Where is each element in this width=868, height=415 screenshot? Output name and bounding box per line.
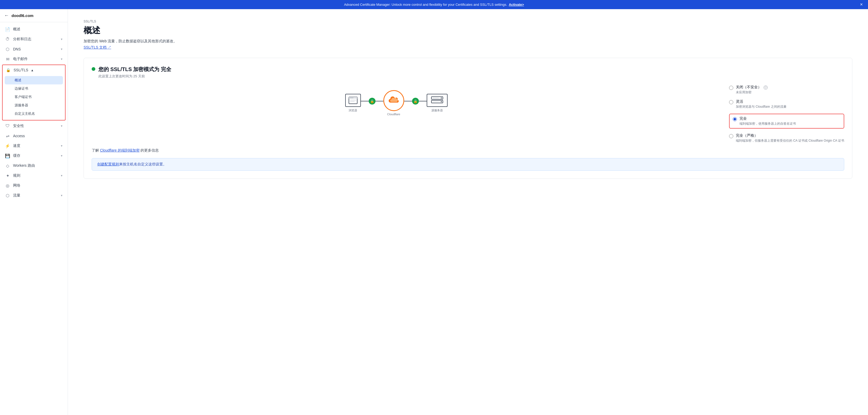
info-icon[interactable]: ⓘ xyxy=(764,85,768,90)
sidebar-item-label: 规则 xyxy=(13,173,58,178)
sidebar-item-label: 流量 xyxy=(13,193,58,198)
svg-point-9 xyxy=(441,97,442,98)
connector-2: 🔒 xyxy=(404,98,427,105)
sidebar-item-label: 概述 xyxy=(13,27,62,32)
radio-off-label: 关闭（不安全） ⓘ xyxy=(736,85,768,90)
sidebar-item-overview[interactable]: 📄 概述 xyxy=(0,24,68,34)
chevron-down-icon: ▾ xyxy=(61,57,62,61)
workers-icon: ◇ xyxy=(5,163,10,168)
radio-full[interactable] xyxy=(733,117,737,121)
radio-full-strict[interactable] xyxy=(729,134,733,138)
learn-more-section: 了解 Cloudflare 的端到端加密 的更多信息 xyxy=(92,148,844,153)
line xyxy=(375,101,383,101)
rules-icon: ✦ xyxy=(5,173,10,178)
radio-off[interactable] xyxy=(729,86,733,90)
sidebar-domain: doodl6.com xyxy=(11,13,33,18)
sidebar-item-label: 安全性 xyxy=(13,124,58,128)
ssl-sub-item-overview[interactable]: 概述 xyxy=(5,76,63,84)
sidebar-item-label: Access xyxy=(13,134,62,138)
sidebar-item-workers[interactable]: ◇ Workers 路由 xyxy=(0,161,68,171)
overview-icon: 📄 xyxy=(5,27,10,32)
sidebar-item-label: 速度 xyxy=(13,144,58,148)
status-dot xyxy=(92,67,95,71)
radio-flexible-desc: 加密浏览器与 Cloudflare 之间的流量 xyxy=(736,105,786,109)
sidebar-item-label: DNS xyxy=(13,47,58,51)
browser-item: 浏览器 xyxy=(345,94,361,112)
connector-1: 🔒 xyxy=(361,98,383,105)
radio-full-desc: 端到端加密，使用服务器上的自签名证书 xyxy=(740,121,796,126)
cloudflare-logo xyxy=(383,90,404,111)
ssl-tls-header[interactable]: 🔒 SSL/TLS ▴ xyxy=(3,65,65,75)
radio-full-strict-content: 完全（严格） 端到端加密，但服务器上需要有受信任的 CA 证书或 Cloudfl… xyxy=(736,133,844,143)
svg-rect-6 xyxy=(350,101,354,102)
network-icon: ◎ xyxy=(5,183,10,188)
chevron-down-icon: ▾ xyxy=(61,144,62,148)
create-rule-link[interactable]: 创建配置规则 xyxy=(97,162,119,166)
sidebar-item-traffic[interactable]: ⬡ 流量 ▾ xyxy=(0,190,68,201)
chevron-down-icon: ▾ xyxy=(61,124,62,128)
ssl-docs-link[interactable]: SSL/TLS 文档 ↗ xyxy=(84,45,111,50)
sidebar-nav: 📄 概述 ⏱ 分析和日志 ▾ ⬡ DNS ▾ ✉ 电子邮 xyxy=(0,22,68,203)
sidebar-item-label: 电子邮件 xyxy=(13,57,58,61)
chevron-down-icon: ▾ xyxy=(61,154,62,157)
ssl-sub-items: 概述 边缘证书 客户端证书 源服务器 自定义主机名 xyxy=(3,75,65,120)
dns-icon: ⬡ xyxy=(5,47,10,52)
svg-point-2 xyxy=(350,97,350,98)
chevron-down-icon: ▾ xyxy=(61,47,62,51)
ssl-sub-item-edge-cert[interactable]: 边缘证书 xyxy=(3,84,65,93)
svg-point-3 xyxy=(351,97,352,98)
analytics-icon: ⏱ xyxy=(5,37,10,41)
banner-activate-link[interactable]: Activate> xyxy=(509,3,524,6)
radio-off-desc: 未应用加密 xyxy=(736,90,768,95)
ssl-sub-item-custom-hostname[interactable]: 自定义主机名 xyxy=(3,110,65,118)
email-icon: ✉ xyxy=(5,57,10,61)
radio-full-strict-desc: 端到端加密，但服务器上需要有受信任的 CA 证书或 Cloudflare Ori… xyxy=(736,139,844,143)
browser-box xyxy=(345,94,361,107)
radio-full-label: 完全 xyxy=(740,116,796,121)
card-title-block: 您的 SSL/TLS 加密模式为 完全 此设置上次更改时间为 25 天前 xyxy=(98,66,171,79)
radio-option-flexible: 灵活 加密浏览器与 Cloudflare 之间的流量 xyxy=(729,99,844,109)
server-label: 源服务器 xyxy=(431,109,443,112)
cloudflare-label: Cloudflare xyxy=(387,113,400,116)
radio-full-strict-label: 完全（严格） xyxy=(736,133,844,138)
banner-close-button[interactable]: × xyxy=(860,2,863,7)
sidebar-item-rules[interactable]: ✦ 规则 ▾ xyxy=(0,171,68,181)
ssl-sub-item-client-cert[interactable]: 客户端证书 xyxy=(3,93,65,101)
ssl-mode-card: 您的 SSL/TLS 加密模式为 完全 此设置上次更改时间为 25 天前 xyxy=(84,58,852,179)
sidebar-item-cache[interactable]: 💾 缓存 ▾ xyxy=(0,151,68,161)
radio-full-content: 完全 端到端加密，使用服务器上的自签名证书 xyxy=(740,116,796,126)
sidebar-item-email[interactable]: ✉ 电子邮件 ▾ xyxy=(0,54,68,64)
radio-off-content: 关闭（不安全） ⓘ 未应用加密 xyxy=(736,85,768,95)
ssl-tls-section: 🔒 SSL/TLS ▴ 概述 边缘证书 客户端证书 xyxy=(2,64,66,120)
chevron-down-icon: ▾ xyxy=(61,174,62,177)
sidebar-header: ← doodl6.com xyxy=(0,9,68,22)
chevron-down-icon: ▾ xyxy=(61,37,62,41)
sidebar-item-label: 网络 xyxy=(13,183,62,188)
card-subtitle: 此设置上次更改时间为 25 天前 xyxy=(98,74,171,79)
info-box: 创建配置规则来按主机名自定义这些设置。 xyxy=(92,158,844,171)
sidebar-item-access[interactable]: ⇌ Access xyxy=(0,131,68,141)
svg-rect-5 xyxy=(350,100,356,100)
lock-badge-2: 🔒 xyxy=(412,98,419,105)
shield-icon: 🛡 xyxy=(5,124,10,128)
banner-text: Advanced Certificate Manager: Unlock mor… xyxy=(344,3,507,6)
access-icon: ⇌ xyxy=(5,134,10,138)
sidebar-item-network[interactable]: ◎ 网络 xyxy=(0,181,68,190)
sidebar-item-security[interactable]: 🛡 安全性 ▾ xyxy=(0,121,68,131)
learn-more-link[interactable]: Cloudflare 的端到端加密 xyxy=(100,148,140,152)
back-button[interactable]: ← xyxy=(4,13,9,18)
line xyxy=(361,101,369,101)
ssl-sub-item-origin-server[interactable]: 源服务器 xyxy=(3,101,65,110)
speed-icon: ⚡ xyxy=(5,144,10,148)
radio-flexible-content: 灵活 加密浏览器与 Cloudflare 之间的流量 xyxy=(736,99,786,109)
sidebar-item-speed[interactable]: ⚡ 速度 ▾ xyxy=(0,141,68,151)
cache-icon: 💾 xyxy=(5,153,10,158)
main-content: SSL/TLS 概述 加密您的 Web 流量，防止数据盗窃以及其他形式的篡改。 … xyxy=(68,9,868,415)
sidebar-item-label: 分析和日志 xyxy=(13,37,58,41)
page-description: 加密您的 Web 流量，防止数据盗窃以及其他形式的篡改。 xyxy=(84,39,852,43)
radio-flexible[interactable] xyxy=(729,100,733,104)
sidebar-item-dns[interactable]: ⬡ DNS ▾ xyxy=(0,44,68,54)
sidebar-item-analytics[interactable]: ⏱ 分析和日志 ▾ xyxy=(0,34,68,44)
line xyxy=(404,101,412,101)
ssl-diagram: 浏览器 🔒 xyxy=(92,85,719,121)
